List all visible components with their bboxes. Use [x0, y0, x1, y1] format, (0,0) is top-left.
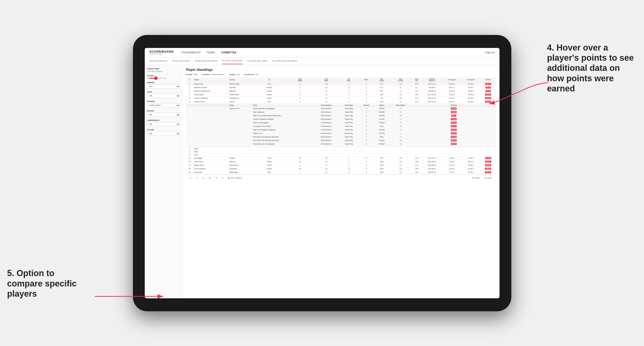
vs50-cell: 36-27-2 [461, 160, 480, 164]
conference-select[interactable]: (All) [147, 122, 180, 126]
vs50-cell: 61-20-2 [461, 96, 480, 100]
exp-status-cell: PLAYED [374, 142, 390, 146]
school-cell: Missouri [228, 160, 252, 164]
rds-cell: 0 [339, 171, 359, 174]
vs25-cell: 16-23-1 [442, 167, 462, 171]
exp-division-cell: NCAA Division I [314, 132, 339, 135]
sub-nav-player-h2h-grid[interactable]: PLAYER H2H GRID [248, 58, 268, 64]
sub-nav: TEAM SUMMARY TEAM H2H GRID TEAM H2H HEAT… [145, 57, 500, 65]
exp-rank-impact-cell: +1 [390, 135, 412, 139]
sign-out-link[interactable]: | Sign out [484, 51, 494, 54]
exp-event-cell: Mirobel Maui Jim Intercollegiate [252, 142, 314, 146]
exp-points-cell[interactable]: 97.57 [412, 121, 496, 125]
school-cell: Auburn [228, 100, 252, 103]
nav-tournaments[interactable]: TOURNAMENTS [181, 50, 200, 55]
points-badge[interactable]: 38.95 [485, 168, 491, 170]
player-name-cell: Ian Gilligan [193, 156, 228, 160]
rds-cell: 1 [339, 82, 359, 86]
exp-points-cell[interactable]: 66.40 [412, 142, 496, 146]
reg-rank-cell [286, 150, 314, 153]
points-cell[interactable]: 60.02 [480, 164, 496, 167]
view-original-btn[interactable]: ▶ View: Original [227, 176, 243, 179]
points-cell[interactable]: 38.49 [480, 171, 496, 174]
division-select[interactable]: NCAA Division I [147, 103, 180, 107]
exp-status-cell: PLAYED [374, 128, 390, 132]
points-cell[interactable]: 60.27 [480, 160, 496, 164]
sidebar-division: Division NCAA Division I [147, 100, 180, 107]
school-cell: Arizona State [228, 82, 252, 86]
points-cell[interactable]: 38.95 [480, 167, 496, 171]
record-cell: 440-26-6 [422, 86, 442, 89]
reg-rank-cell [286, 147, 314, 150]
gender-select[interactable]: Men Women [147, 84, 180, 89]
player-select[interactable]: (All) [147, 132, 180, 136]
points-badge[interactable]: 60.68 [485, 157, 491, 159]
exp-col-rounds: Rounds [359, 103, 374, 107]
reg-rank-cell: 10 [286, 156, 314, 160]
exp-points-cell[interactable]: 53.60 [412, 110, 496, 114]
exp-points-cell[interactable]: 16.50 [412, 128, 496, 132]
no-rds-slider[interactable] [149, 78, 163, 79]
sub-nav-team-h2h-grid[interactable]: TEAM H2H GRID [172, 58, 190, 64]
points-cell[interactable] [480, 153, 496, 156]
copy-btn[interactable]: ⊡ [202, 176, 206, 179]
points-badge[interactable]: 60.27 [485, 161, 491, 163]
exp-division-cell: NCAA Division I [314, 110, 339, 114]
nav-right: | Sign out [484, 51, 494, 54]
vs50-cell [461, 150, 480, 153]
table-row: 2 Michael La Sasso Ole Miss Second 1 18 … [186, 86, 496, 89]
paste-btn[interactable]: ⊞ [208, 176, 212, 179]
points-cell[interactable] [480, 147, 496, 150]
sub-nav-player-summary[interactable]: PLAYER SUMMARY [222, 58, 243, 64]
points-badge[interactable]: 38.49 [485, 171, 491, 173]
undo-btn[interactable]: ↩ [189, 176, 193, 179]
exp-rank-impact-cell: +1 [390, 128, 412, 132]
sub-nav-team-h2h-heatmap[interactable]: TEAM H2H HEATMAP [195, 58, 217, 64]
adj-score-cell: 68.6 [374, 171, 390, 174]
sidebar-region: Region N/A [147, 110, 180, 117]
exp-points-cell[interactable]: 46.7 [412, 114, 496, 117]
rank-cell: 22 [186, 156, 193, 160]
nav-committee[interactable]: COMMITTEE [221, 50, 236, 55]
exp-type-cell: Stroke Play [339, 114, 359, 117]
watch-btn[interactable]: 👁 Watch [471, 176, 481, 179]
reg-rank-cell: 1 [286, 89, 314, 93]
col-sg: AvgSG [412, 77, 422, 82]
conf-rank-cell: 24 [314, 160, 339, 164]
exp-points-cell[interactable]: 30.47 [412, 132, 496, 135]
year-select[interactable]: (All) [147, 94, 180, 98]
exp-points-cell[interactable]: 24.11 [412, 125, 496, 128]
col-reg-rank: RegRank [286, 77, 314, 82]
redo-btn[interactable]: ↪ [195, 176, 199, 179]
exp-points-cell[interactable]: 73.23 [412, 117, 496, 121]
exp-points-cell[interactable]: 25.38 [412, 135, 496, 139]
expanded-row: The Cypress Point Classic NCAA Division … [186, 125, 496, 128]
exp-points-cell[interactable]: 20.64 [412, 107, 496, 110]
exp-type-cell: Match Play [339, 125, 359, 128]
col-yr: Yr [252, 77, 287, 82]
rds-cell [339, 150, 359, 153]
rds-cell: 2 [339, 100, 359, 103]
sub-nav-player-h2h-heatmap[interactable]: PLAYER H2H HEATMAP [272, 58, 297, 64]
expanded-row: Mirobel Maui Jim Intercollegiate NCAA Di… [186, 142, 496, 146]
clock-btn[interactable]: ⊙ [221, 176, 225, 179]
points-cell[interactable]: 60.68 [480, 156, 496, 160]
filter-division-value: NCAA Division I [212, 73, 225, 76]
exp-col-rank-impact: Rank Impact [390, 103, 412, 107]
sub-nav-team-summary[interactable]: TEAM SUMMARY [150, 58, 168, 64]
exp-event-cell: UNCW Seahawk Intercollegiate [252, 107, 314, 110]
exp-event-cell: Amer An Intercollegiate [252, 121, 314, 125]
share-btn[interactable]: ⊕ Share [484, 176, 493, 179]
nav-teams[interactable]: TEAMS [206, 50, 215, 55]
exp-player-cell [228, 121, 252, 125]
vs25-cell: 14-20-1 [442, 160, 462, 164]
points-cell[interactable] [480, 150, 496, 153]
points-badge[interactable]: 60.02 [485, 164, 491, 166]
school-cell [228, 150, 252, 153]
filter-btn[interactable]: ⊘ [214, 176, 218, 179]
adj-score-cell: 68.7 [374, 156, 390, 160]
section-title: Player Standings [186, 68, 496, 72]
exp-rank-impact-cell: +0 [390, 121, 412, 125]
region-select[interactable]: N/A [147, 113, 180, 117]
exp-points-cell[interactable]: 56.38 [412, 139, 496, 142]
